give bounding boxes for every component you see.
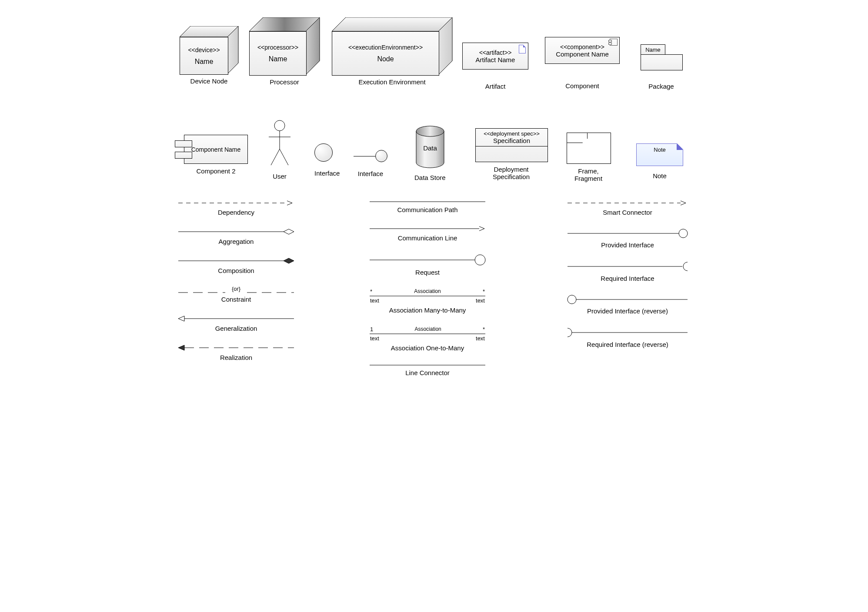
- interface-caption: Interface: [314, 170, 340, 177]
- cylinder-icon: Data: [415, 125, 445, 169]
- datastore-shape: Data Data Store: [414, 125, 446, 181]
- device-node-shape: <<device>> Name Device Node: [180, 26, 238, 85]
- interface-shape: Interface: [314, 143, 340, 177]
- required-interface-reverse-connector: Required Interface (reverse): [567, 327, 688, 348]
- device-name: Name: [195, 58, 214, 66]
- stick-figure-icon: [267, 120, 293, 167]
- frame-caption: Frame, Fragment: [567, 167, 610, 182]
- package-name: Name: [641, 44, 665, 55]
- svg-point-6: [274, 120, 285, 131]
- provided-interface-connector: Provided Interface: [567, 228, 688, 249]
- exec-env-caption: Execution Environment: [332, 78, 452, 86]
- dspec-caption: Deployment Specification: [475, 166, 547, 180]
- component2-shape: Component Name Component 2: [184, 135, 248, 175]
- deployment-spec-shape: <<deployment spec>> Specification Deploy…: [475, 128, 548, 180]
- line-connector: Line Connector: [367, 364, 488, 376]
- provided-interface-reverse-connector: Provided Interface (reverse): [567, 294, 688, 315]
- exec-env-name: Node: [377, 55, 394, 63]
- processor-name: Name: [269, 55, 287, 63]
- component-icon: [610, 39, 618, 46]
- processor-stereotype: <<processor>>: [257, 44, 298, 51]
- connectors-column-b: Communication Path Communication Line Re…: [367, 200, 488, 389]
- package-shape: Name Package: [641, 44, 682, 90]
- component-caption: Component: [545, 82, 620, 90]
- connectors-column-a: Dependency Aggregation Composition {or} …: [175, 200, 297, 373]
- note-name: Note: [654, 146, 665, 153]
- aggregation-connector: Aggregation: [175, 228, 297, 245]
- dspec-stereotype: <<deployment spec>>: [477, 130, 547, 137]
- artifact-name: Artifact Name: [476, 56, 515, 63]
- datastore-name: Data: [423, 144, 437, 152]
- request-connector: Request: [367, 254, 488, 276]
- svg-point-11: [416, 126, 444, 136]
- svg-marker-3: [306, 17, 320, 75]
- device-stereotype: <<device>>: [188, 47, 220, 53]
- component-shape: <<component>> Component Name Component: [545, 37, 620, 90]
- svg-marker-19: [178, 316, 184, 321]
- realization-connector: Realization: [175, 344, 297, 361]
- processor-caption: Processor: [249, 78, 320, 86]
- interface-lollipop-shape: Interface: [354, 150, 387, 177]
- constraint-or-label: {or}: [175, 286, 297, 292]
- component2-caption: Component 2: [184, 167, 248, 175]
- frame-shape: Frame, Fragment: [567, 133, 611, 182]
- smart-connector: Smart Connector: [567, 200, 688, 216]
- circle-icon: [314, 143, 333, 162]
- communication-line-connector: Communication Line: [367, 226, 488, 242]
- processor-shape: <<processor>> Name Processor: [249, 17, 320, 86]
- svg-line-9: [271, 149, 280, 165]
- svg-marker-16: [284, 258, 294, 263]
- exec-env-stereotype: <<executionEnvironment>>: [348, 44, 423, 51]
- svg-marker-4: [332, 17, 452, 31]
- dspec-name: Specification: [477, 137, 547, 144]
- user-actor-shape: User: [267, 120, 293, 180]
- uml-deployment-stencil-canvas: <<device>> Name Device Node <<processor>…: [162, 13, 706, 378]
- svg-point-34: [568, 295, 576, 304]
- svg-point-26: [475, 255, 485, 265]
- execution-environment-shape: <<executionEnvironment>> Node Execution …: [332, 17, 452, 86]
- artifact-caption: Artifact: [462, 83, 528, 90]
- constraint-connector: {or} Constraint: [175, 286, 297, 303]
- note-shape: Note Note: [636, 143, 683, 180]
- svg-point-32: [679, 229, 688, 238]
- interface2-caption: Interface: [354, 170, 387, 177]
- required-interface-connector: Required Interface: [567, 261, 688, 282]
- user-caption: User: [267, 173, 293, 180]
- svg-marker-21: [178, 345, 184, 350]
- package-caption: Package: [641, 83, 682, 90]
- connectors-column-c: Smart Connector Provided Interface Requi…: [567, 200, 688, 360]
- device-caption: Device Node: [180, 77, 238, 85]
- dependency-connector: Dependency: [175, 200, 297, 216]
- svg-marker-1: [227, 26, 238, 74]
- component-name: Component Name: [556, 50, 609, 58]
- svg-line-10: [280, 149, 288, 165]
- composition-connector: Composition: [175, 257, 297, 274]
- generalization-connector: Generalization: [175, 315, 297, 332]
- component-stereotype: <<component>>: [560, 43, 604, 50]
- artifact-shape: <<artifact>> Artifact Name Artifact: [462, 43, 528, 90]
- svg-marker-14: [284, 229, 294, 234]
- association-one-to-many-connector: 1 Association * text text Association On…: [367, 326, 488, 352]
- communication-path-connector: Communication Path: [367, 200, 488, 213]
- datastore-caption: Data Store: [414, 174, 446, 181]
- association-many-to-many-connector: * Association * text text Association Ma…: [367, 288, 488, 314]
- svg-marker-5: [438, 17, 452, 75]
- lollipop-icon: [375, 150, 387, 162]
- component2-name: Component Name: [191, 146, 241, 153]
- artifact-stereotype: <<artifact>>: [479, 49, 512, 56]
- note-caption: Note: [636, 172, 683, 180]
- document-icon: [519, 45, 526, 53]
